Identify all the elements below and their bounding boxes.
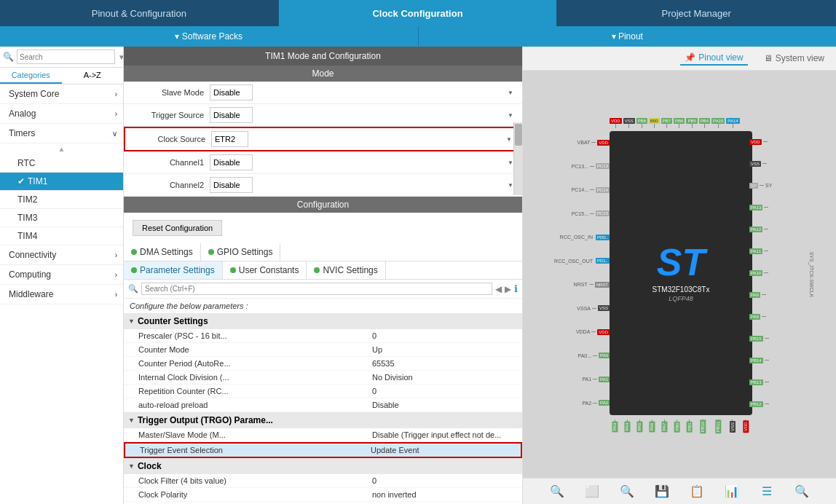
pin-bottom-pb11: PB11 (711, 420, 725, 431)
sidebar-item-rtc[interactable]: RTC (0, 154, 123, 173)
group-clock[interactable]: ▼ Clock (124, 458, 522, 474)
sidebar-item-label: System Core (9, 89, 59, 99)
export-icon[interactable]: 💾 (653, 483, 671, 500)
trigger-source-label: Trigger Source (130, 111, 210, 119)
zoom-out-icon[interactable]: 🔍 (548, 483, 566, 500)
pin-bottom-pb0: PB0 (671, 420, 682, 431)
search-input[interactable] (17, 50, 115, 64)
tab-label: DMA Settings (140, 247, 193, 257)
sidebar-item-tim3[interactable]: TIM3 (0, 209, 123, 227)
sidebar-item-system-core[interactable]: System Core › (0, 84, 123, 104)
pin-bottom-pa5: PA5 (634, 420, 645, 431)
pin-top-pa15: PA15 (711, 118, 725, 128)
group-label: Clock (138, 461, 162, 471)
tab-parameter-settings[interactable]: Parameter Settings (124, 261, 223, 279)
prev-nav-icon[interactable]: ◀ (495, 284, 502, 294)
pin-bottom-pa4: PA4 (622, 420, 633, 431)
channel1-label: Channel1 (130, 158, 210, 167)
channel1-select[interactable]: Disable (210, 154, 253, 170)
list-icon[interactable]: ☰ (758, 483, 776, 500)
pin-left-vdda: VDDA VDD (563, 329, 610, 335)
sidebar-item-analog[interactable]: Analog › (0, 104, 123, 124)
chip-area: SYS_JTCK-SWCLK VDD VSS (523, 71, 836, 478)
mode-section-header: Mode (124, 66, 522, 82)
sidebar-item-computing[interactable]: Computing › (0, 265, 123, 285)
chevron-down-icon: ∨ (112, 130, 117, 138)
param-name: Counter Period (AutoRe... (138, 359, 372, 368)
param-master-slave-mode: Master/Slave Mode (M... Disable (Trigger… (124, 428, 522, 442)
params-toolbar: 🔍 ◀ ▶ ℹ (124, 280, 522, 299)
search-icon: 🔍 (128, 284, 138, 294)
next-nav-icon[interactable]: ▶ (505, 284, 511, 294)
param-clock-division: Internal Clock Division (... No Division (124, 371, 522, 385)
reset-configuration-button[interactable]: Reset Configuration (133, 220, 222, 236)
channel2-select[interactable]: Disable (210, 177, 253, 193)
tab-user-constants[interactable]: User Constants (223, 261, 307, 279)
sidebar-item-timers[interactable]: Timers ∨ (0, 124, 123, 143)
pin-left-nrst: NRST NRST (563, 282, 610, 288)
tab-nvic-settings[interactable]: NVIC Settings (307, 261, 385, 279)
slave-mode-select[interactable]: Disable (210, 84, 253, 101)
channel2-select-wrapper: Disable (210, 177, 516, 193)
tab-label: GPIO Settings (217, 247, 273, 257)
pin-bottom-pb10: PB10 (696, 420, 710, 431)
tab-categories[interactable]: Categories (0, 68, 62, 84)
pin-right-pb12: PB12 (749, 401, 796, 407)
sidebar-item-label: TIM1 (28, 176, 47, 186)
collapse-icon: ▼ (128, 462, 135, 470)
chevron-right-icon: › (115, 251, 117, 259)
param-name: Internal Clock Division (... (138, 373, 372, 382)
pin-top-pb8: PB8 (636, 118, 647, 128)
chevron-right-icon: › (115, 271, 117, 279)
scroll-up-indicator: ▲ (0, 143, 123, 154)
fit-view-icon[interactable]: ⬜ (583, 483, 601, 500)
subnav-software-packs[interactable]: ▾ Software Packs (0, 31, 418, 42)
param-clock-filter: Clock Filter (4 bits value) 0 (124, 474, 522, 488)
tab-project-manager[interactable]: Project Manager (557, 0, 836, 26)
sub-nav: ▾ Software Packs ▾ Pinout (0, 26, 836, 47)
sidebar-item-tim1[interactable]: ✔ TIM1 (0, 173, 123, 191)
pin-top-pb4: PB4 (699, 118, 710, 128)
sidebar-item-tim4[interactable]: TIM4 (0, 227, 123, 245)
tab-label: User Constants (239, 265, 299, 275)
param-value: Disable (372, 401, 518, 409)
sidebar-item-connectivity[interactable]: Connectivity › (0, 245, 123, 265)
trigger-source-select[interactable]: Disable (210, 107, 253, 123)
sidebar-item-label: Computing (9, 269, 51, 280)
zoom-in-icon[interactable]: 🔍 (618, 483, 636, 500)
clock-source-select[interactable]: ETR2 (211, 131, 248, 147)
param-value: 0 (372, 387, 518, 395)
pin-left-pc14: PC14... PC14 (563, 187, 610, 193)
param-counter-period: Counter Period (AutoRe... 65535 (124, 357, 522, 371)
pinout-view-tab[interactable]: 📌 Pinout view (680, 51, 747, 66)
left-pins: VBAT VDD PC13... PC13 PC14... PC1 (563, 131, 610, 415)
tab-a-to-z[interactable]: A->Z (62, 68, 124, 84)
mode-section: Slave Mode Disable Trigger Source Disabl… (124, 82, 522, 197)
tab-pinout-config[interactable]: Pinout & Configuration (0, 0, 279, 26)
search-chip-icon[interactable]: 🔍 (793, 483, 811, 500)
param-auto-reload: auto-reload preload Disable (124, 398, 522, 412)
copy-icon[interactable]: 📋 (688, 483, 706, 500)
params-list: ▼ Counter Settings Prescaler (PSC - 16 b… (124, 313, 522, 504)
right-panel: 📌 Pinout view 🖥 System view SYS_JTCK-SWC… (523, 47, 836, 504)
params-search-input[interactable] (145, 285, 489, 293)
param-value: 0 (372, 476, 518, 485)
chip-package-label: LQFP48 (669, 295, 693, 302)
dropdown-arrow-icon[interactable]: ▼ (118, 53, 124, 61)
group-counter-settings[interactable]: ▼ Counter Settings (124, 313, 522, 329)
param-trigger-event: Trigger Event Selection Update Event (124, 442, 522, 458)
sidebar-item-tim2[interactable]: TIM2 (0, 191, 123, 209)
sidebar-item-middleware[interactable]: Middleware › (0, 285, 123, 304)
tab-clock-config[interactable]: Clock Configuration (279, 0, 558, 26)
subnav-pinout[interactable]: ▾ Pinout (419, 31, 837, 42)
pin-bottom-pa3: PA3 (610, 420, 620, 431)
info-icon[interactable]: ℹ (514, 283, 518, 294)
group-trgo-params[interactable]: ▼ Trigger Output (TRGO) Parame... (124, 412, 522, 428)
system-view-tab[interactable]: 🖥 System view (760, 52, 829, 65)
param-clock-polarity: Clock Polarity non inverted (124, 488, 522, 502)
tab-dma-settings[interactable]: DMA Settings (124, 243, 201, 261)
tab-gpio-settings[interactable]: GPIO Settings (201, 243, 281, 261)
param-value: 0 (372, 331, 518, 340)
layout-icon[interactable]: 📊 (723, 483, 741, 500)
chip-diagram: VDD VSS PB8 B00 (563, 118, 796, 431)
